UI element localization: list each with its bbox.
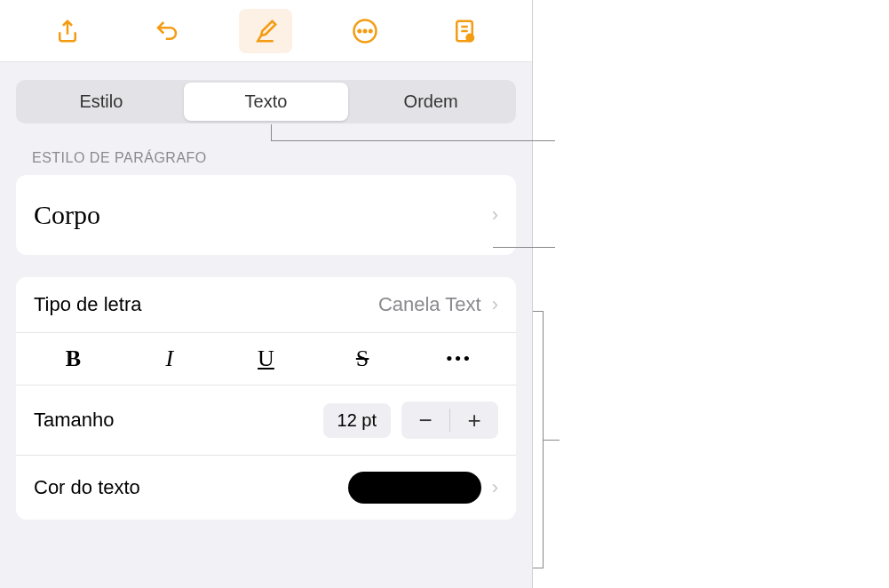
more-button[interactable] [338,9,392,53]
format-panel: Estilo Texto Ordem ESTILO DE PARÁGRAFO C… [0,0,533,588]
paragraph-style-name: Corpo [34,200,100,230]
chevron-right-icon: › [492,476,498,499]
callout-bracket [533,311,544,568]
callout-line [544,440,560,441]
font-row[interactable]: Tipo de letra Canela Text › [16,277,516,333]
text-style-row: B I U S ••• [16,333,516,385]
undo-icon [154,18,180,44]
callout-line [493,247,555,248]
paragraph-style-row[interactable]: Corpo › [16,175,516,255]
more-circle-icon [352,18,378,44]
chevron-right-icon: › [492,293,498,316]
font-value: Canela Text [378,293,481,316]
undo-button[interactable] [140,9,194,53]
italic-button[interactable]: I [122,346,218,372]
size-label: Tamanho [34,409,115,432]
svg-point-2 [364,29,367,32]
format-brush-icon [252,18,279,44]
tab-style[interactable]: Estilo [19,83,184,121]
share-icon [54,18,81,44]
size-row: Tamanho 12 pt − + [16,385,516,456]
text-color-row[interactable]: Cor do texto › [16,456,516,520]
size-value[interactable]: 12 pt [323,403,391,438]
tab-segmented-control: Estilo Texto Ordem [16,80,516,123]
paragraph-style-card: Corpo › [16,175,516,255]
format-button[interactable] [239,9,292,53]
size-increase-button[interactable]: + [450,401,498,439]
more-text-options-button[interactable]: ••• [410,347,507,370]
paragraph-style-header: ESTILO DE PARÁGRAFO [16,150,516,166]
callout-line [271,140,555,141]
top-toolbar [0,0,532,62]
tab-order[interactable]: Ordem [348,83,513,121]
svg-point-1 [359,29,361,32]
font-label: Tipo de letra [34,293,141,316]
callout-line [271,124,272,140]
bold-button[interactable]: B [25,346,122,372]
underline-button[interactable]: U [218,346,314,372]
chevron-right-icon: › [492,203,498,226]
svg-point-3 [369,29,372,32]
reader-button[interactable] [438,9,491,53]
tab-text[interactable]: Texto [184,83,349,121]
size-stepper: − + [401,401,498,439]
color-swatch[interactable] [348,472,481,504]
size-decrease-button[interactable]: − [401,401,449,439]
reader-icon [451,18,478,44]
svg-point-8 [468,36,472,39]
text-color-label: Cor do texto [34,476,140,499]
share-button[interactable] [41,9,94,53]
font-settings-card: Tipo de letra Canela Text › B I U S ••• … [16,277,516,520]
strikethrough-button[interactable]: S [314,346,411,372]
